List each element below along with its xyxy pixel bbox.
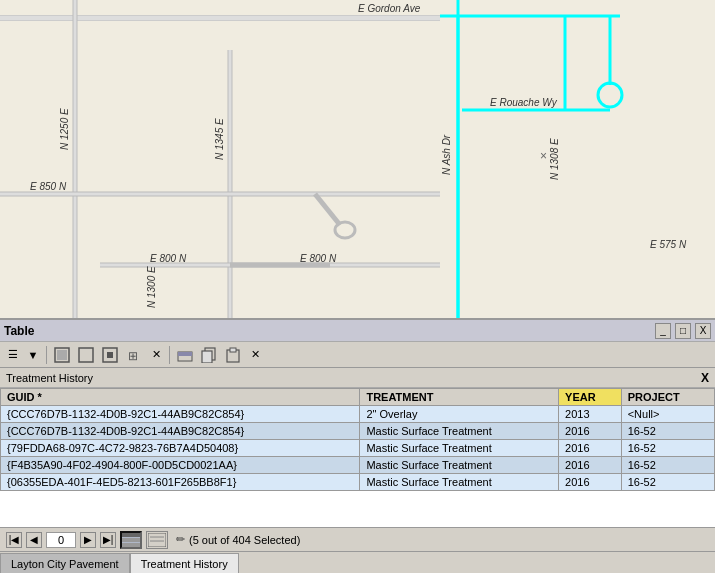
tab-strip: Layton City Pavement Treatment History (0, 551, 715, 573)
cell-year: 2016 (559, 440, 622, 457)
table-row: {06355EDA-401F-4ED5-8213-601F265BB8F1}Ma… (1, 474, 715, 491)
tab-treatment-history[interactable]: Treatment History (130, 553, 239, 573)
svg-text:E 800 N: E 800 N (150, 253, 187, 264)
cell-project: 16-52 (621, 440, 714, 457)
svg-rect-36 (107, 352, 113, 358)
menu-dropdown-button[interactable]: ▼ (24, 345, 42, 365)
table-panel: Table _ □ X ☰ ▼ ⊞ ✕ (0, 318, 715, 573)
cell-treatment: Mastic Surface Treatment (360, 440, 559, 457)
svg-text:×: × (540, 149, 547, 163)
table-view-button[interactable] (120, 531, 142, 549)
svg-text:N 1250 E: N 1250 E (59, 108, 70, 150)
svg-point-8 (598, 83, 622, 107)
svg-line-18 (315, 194, 340, 225)
cell-guid: {06355EDA-401F-4ED5-8213-601F265BB8F1} (1, 474, 360, 491)
prev-record-button[interactable]: ◀ (26, 532, 42, 548)
svg-rect-44 (122, 533, 140, 537)
delete-rows-button[interactable]: ✕ (246, 345, 264, 365)
map-svg: E Gordon Ave E Rouache Wy N 1250 E N 134… (0, 0, 715, 318)
subtable-close-button[interactable]: X (701, 371, 709, 385)
table-row: {79FDDA68-097C-4C72-9823-76B7A4D50408}Ma… (1, 440, 715, 457)
paste-button[interactable] (222, 345, 244, 365)
cell-treatment: Mastic Surface Treatment (360, 457, 559, 474)
toolbar-separator-1 (46, 346, 47, 364)
form-view-button[interactable] (146, 531, 168, 549)
selected-info: (5 out of 404 Selected) (189, 534, 300, 546)
menu-button[interactable]: ☰ (4, 345, 22, 365)
data-table: GUID * TREATMENT YEAR PROJECT {CCC76D7B-… (0, 388, 715, 491)
cell-year: 2016 (559, 423, 622, 440)
col-header-project[interactable]: PROJECT (621, 389, 714, 406)
title-bar-controls: _ □ X (655, 323, 711, 339)
next-record-button[interactable]: ▶ (80, 532, 96, 548)
select-by-attr-button[interactable]: ⊞ (123, 345, 145, 365)
svg-rect-46 (122, 543, 140, 547)
table-row: {CCC76D7B-1132-4D0B-92C1-44AB9C82C854}Ma… (1, 423, 715, 440)
select-all-button[interactable] (51, 345, 73, 365)
svg-rect-33 (57, 350, 67, 360)
cell-project: 16-52 (621, 474, 714, 491)
cell-project: <Null> (621, 406, 714, 423)
tab-layton-city-pavement[interactable]: Layton City Pavement (0, 553, 130, 573)
table-panel-title: Table (4, 324, 34, 338)
cell-year: 2016 (559, 457, 622, 474)
switch-selection-button[interactable] (99, 345, 121, 365)
svg-text:E 850 N: E 850 N (30, 181, 67, 192)
maximize-button[interactable]: □ (675, 323, 691, 339)
minimize-button[interactable]: _ (655, 323, 671, 339)
map-area: E Gordon Ave E Rouache Wy N 1250 E N 134… (0, 0, 715, 318)
cell-treatment: 2" Overlay (360, 406, 559, 423)
table-header-row: GUID * TREATMENT YEAR PROJECT (1, 389, 715, 406)
svg-rect-45 (122, 538, 140, 542)
subtable-header: Treatment History X (0, 368, 715, 388)
cell-guid: {CCC76D7B-1132-4D0B-92C1-44AB9C82C854} (1, 406, 360, 423)
record-number-input[interactable]: 0 (46, 532, 76, 548)
cell-project: 16-52 (621, 423, 714, 440)
svg-point-19 (335, 222, 355, 238)
svg-rect-41 (202, 351, 212, 363)
first-record-button[interactable]: |◀ (6, 532, 22, 548)
col-header-treatment[interactable]: TREATMENT (360, 389, 559, 406)
cell-treatment: Mastic Surface Treatment (360, 474, 559, 491)
table-row: {CCC76D7B-1132-4D0B-92C1-44AB9C82C854}2"… (1, 406, 715, 423)
cell-year: 2013 (559, 406, 622, 423)
svg-text:E Rouache Wy: E Rouache Wy (490, 97, 558, 108)
cell-year: 2016 (559, 474, 622, 491)
cell-guid: {CCC76D7B-1132-4D0B-92C1-44AB9C82C854} (1, 423, 360, 440)
move-to-top-button[interactable] (174, 345, 196, 365)
svg-rect-47 (148, 533, 166, 547)
clear-selection-button[interactable] (75, 345, 97, 365)
svg-text:E Gordon Ave: E Gordon Ave (358, 3, 421, 14)
last-record-button[interactable]: ▶| (100, 532, 116, 548)
col-header-guid[interactable]: GUID * (1, 389, 360, 406)
svg-text:E 575 N: E 575 N (650, 239, 687, 250)
col-header-year[interactable]: YEAR (559, 389, 622, 406)
status-bar: |◀ ◀ 0 ▶ ▶| ✏ (5 out of 404 Selected) (0, 527, 715, 551)
table-title-bar: Table _ □ X (0, 320, 715, 342)
svg-rect-39 (178, 352, 192, 356)
svg-rect-34 (79, 348, 93, 362)
table-body: {CCC76D7B-1132-4D0B-92C1-44AB9C82C854}2"… (1, 406, 715, 491)
delete-button[interactable]: ✕ (147, 345, 165, 365)
svg-text:E 800 N: E 800 N (300, 253, 337, 264)
subtable-title: Treatment History (6, 372, 93, 384)
cell-project: 16-52 (621, 457, 714, 474)
copy-button[interactable] (198, 345, 220, 365)
close-button[interactable]: X (695, 323, 711, 339)
svg-text:N Ash Dr: N Ash Dr (441, 134, 452, 175)
svg-rect-43 (230, 348, 236, 352)
cell-guid: {F4B35A90-4F02-4904-800F-00D5CD0021AA} (1, 457, 360, 474)
cell-treatment: Mastic Surface Treatment (360, 423, 559, 440)
svg-text:⊞: ⊞ (128, 349, 138, 363)
cell-guid: {79FDDA68-097C-4C72-9823-76B7A4D50408} (1, 440, 360, 457)
toolbar-separator-2 (169, 346, 170, 364)
table-row: {F4B35A90-4F02-4904-800F-00D5CD0021AA}Ma… (1, 457, 715, 474)
svg-text:N 1308 E: N 1308 E (549, 138, 560, 180)
pencil-icon: ✏ (176, 533, 185, 546)
svg-text:N 1345 E: N 1345 E (214, 118, 225, 160)
toolbar: ☰ ▼ ⊞ ✕ ✕ (0, 342, 715, 368)
svg-text:N 1300 E: N 1300 E (146, 266, 157, 308)
table-content[interactable]: GUID * TREATMENT YEAR PROJECT {CCC76D7B-… (0, 388, 715, 543)
